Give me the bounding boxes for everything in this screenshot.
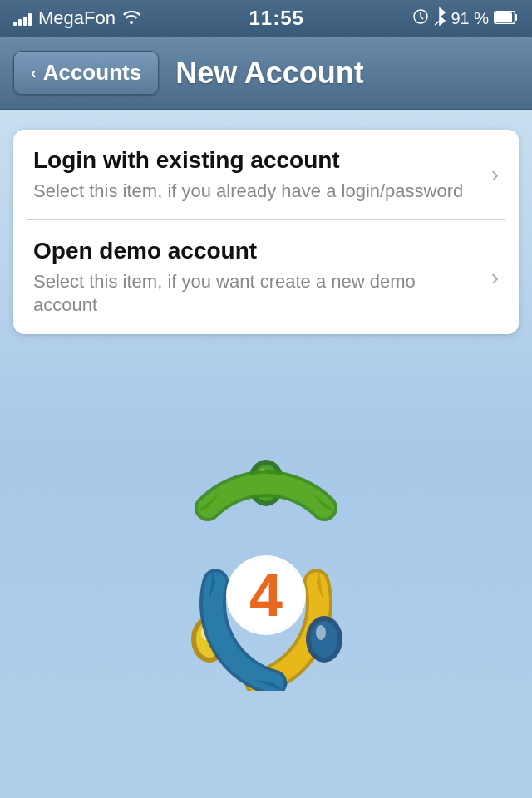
svg-text:4: 4 [249, 562, 283, 628]
status-time: 11:55 [249, 7, 303, 30]
battery-percent: 91 % [451, 9, 489, 28]
logo-area: 4 [150, 371, 382, 778]
bluetooth-icon [434, 7, 446, 30]
login-existing-subtitle: Select this item, if you already have a … [33, 180, 481, 204]
back-button-label: Accounts [43, 60, 141, 86]
main-content: Login with existing account Select this … [0, 110, 532, 798]
app-logo: 4 [150, 458, 382, 691]
signal-icon [13, 11, 32, 26]
chevron-left-icon: ‹ [31, 63, 37, 82]
login-existing-text: Login with existing account Select this … [33, 146, 481, 203]
nav-title: New Account [175, 56, 364, 91]
nav-bar: ‹ Accounts New Account [0, 37, 532, 110]
battery-icon [494, 9, 519, 28]
wifi-icon [122, 7, 140, 29]
open-demo-chevron-icon: › [491, 264, 499, 291]
clock-icon [412, 8, 429, 29]
login-existing-title: Login with existing account [33, 146, 481, 175]
open-demo-subtitle: Select this item, if you want create a n… [33, 270, 481, 318]
account-options-card: Login with existing account Select this … [13, 130, 519, 334]
open-demo-title: Open demo account [33, 237, 481, 265]
status-bar: MegaFon 11:55 91 % [0, 0, 532, 37]
open-demo-item[interactable]: Open demo account Select this item, if y… [13, 220, 519, 334]
open-demo-text: Open demo account Select this item, if y… [33, 237, 481, 318]
svg-point-16 [311, 621, 337, 658]
svg-point-17 [316, 625, 326, 640]
login-existing-chevron-icon: › [491, 161, 499, 188]
login-existing-item[interactable]: Login with existing account Select this … [13, 130, 519, 219]
status-left: MegaFon [13, 7, 140, 29]
carrier-name: MegaFon [38, 7, 116, 29]
status-right: 91 % [412, 7, 519, 30]
accounts-back-button[interactable]: ‹ Accounts [13, 51, 159, 95]
svg-rect-2 [495, 12, 512, 22]
